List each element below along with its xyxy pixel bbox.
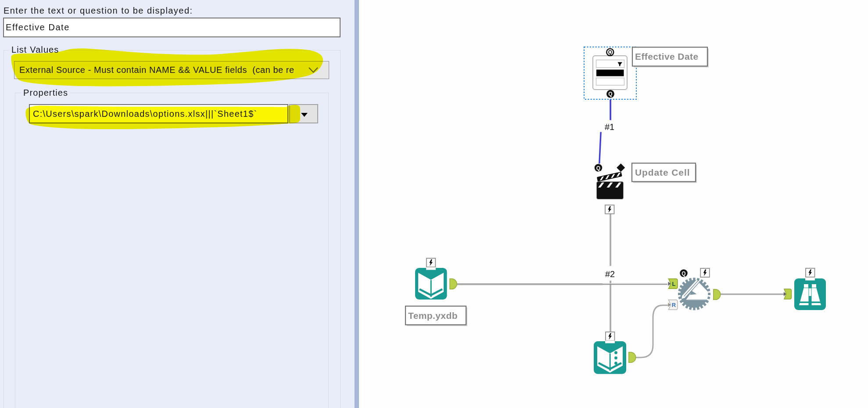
svg-text:Temp.yxdb: Temp.yxdb	[408, 311, 458, 321]
svg-text:L: L	[672, 281, 676, 287]
svg-text:R: R	[672, 302, 676, 308]
svg-text:Effective Date: Effective Date	[635, 51, 699, 61]
svg-text:Update Cell: Update Cell	[635, 167, 690, 177]
svg-text:#2: #2	[605, 269, 615, 279]
svg-text:Q: Q	[681, 271, 685, 277]
svg-text:#1: #1	[605, 122, 614, 132]
svg-text:Q: Q	[608, 49, 612, 55]
svg-text:Q: Q	[608, 91, 612, 97]
svg-text:Q: Q	[596, 165, 600, 171]
